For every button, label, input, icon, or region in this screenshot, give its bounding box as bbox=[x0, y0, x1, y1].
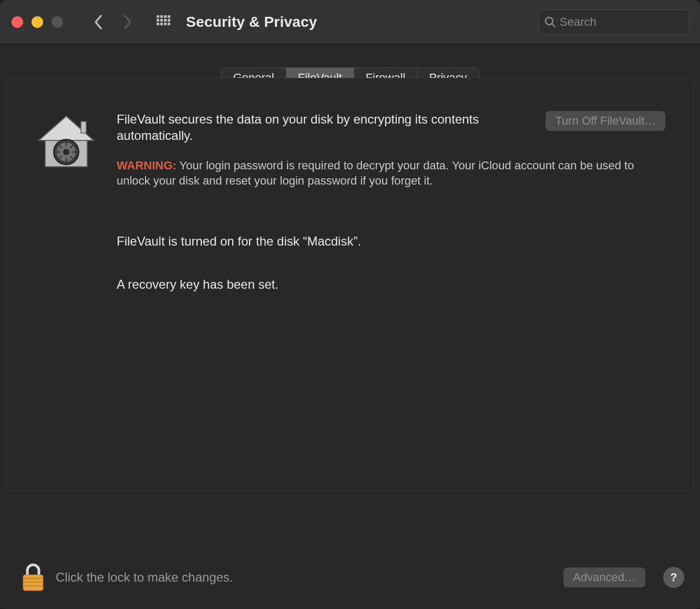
svg-rect-6 bbox=[164, 19, 167, 22]
maximize-button bbox=[52, 16, 63, 28]
back-button[interactable] bbox=[90, 14, 106, 30]
svg-line-13 bbox=[552, 24, 555, 27]
traffic-lights bbox=[12, 16, 63, 28]
filevault-on-status: FileVault is turned on for the disk “Mac… bbox=[117, 234, 665, 249]
svg-rect-1 bbox=[160, 15, 163, 18]
preferences-window: Security & Privacy General FileVault Fir… bbox=[0, 0, 700, 609]
svg-rect-8 bbox=[157, 23, 159, 25]
turn-off-filevault-button: Turn Off FileVault… bbox=[545, 111, 665, 131]
footer: Click the lock to make changes. Advanced… bbox=[0, 546, 700, 609]
help-button[interactable]: ? bbox=[663, 567, 684, 588]
window-title: Security & Privacy bbox=[186, 14, 317, 31]
svg-rect-11 bbox=[168, 23, 170, 25]
svg-rect-0 bbox=[157, 15, 159, 18]
search-field-wrap[interactable] bbox=[538, 9, 689, 35]
svg-rect-10 bbox=[164, 23, 167, 25]
svg-rect-4 bbox=[157, 19, 159, 22]
svg-point-25 bbox=[63, 149, 69, 155]
forward-button bbox=[120, 14, 136, 30]
svg-rect-14 bbox=[81, 121, 86, 133]
svg-rect-7 bbox=[168, 19, 170, 22]
preferences-body: General FileVault Firewall Privacy bbox=[0, 44, 700, 609]
lock-button[interactable] bbox=[21, 562, 45, 593]
warning-text: Your login password is required to decry… bbox=[117, 159, 634, 187]
svg-rect-5 bbox=[160, 19, 163, 22]
svg-rect-9 bbox=[160, 23, 163, 25]
search-input[interactable] bbox=[560, 15, 700, 29]
show-all-button[interactable] bbox=[156, 14, 171, 30]
advanced-button: Advanced… bbox=[563, 567, 645, 587]
filevault-panel: FileVault secures the data on your disk … bbox=[6, 78, 694, 491]
filevault-icon bbox=[35, 114, 98, 292]
recovery-key-status: A recovery key has been set. bbox=[117, 277, 665, 292]
search-icon bbox=[544, 16, 557, 28]
svg-rect-3 bbox=[168, 15, 170, 18]
close-button[interactable] bbox=[12, 16, 23, 28]
minimize-button[interactable] bbox=[32, 16, 43, 28]
lock-hint-text: Click the lock to make changes. bbox=[56, 570, 553, 585]
nav-arrows bbox=[90, 14, 136, 30]
filevault-warning: WARNING: Your login password is required… bbox=[117, 158, 665, 188]
svg-rect-2 bbox=[164, 15, 167, 18]
filevault-description: FileVault secures the data on your disk … bbox=[117, 111, 530, 144]
toolbar: Security & Privacy bbox=[0, 0, 700, 44]
warning-label: WARNING: bbox=[117, 159, 177, 172]
